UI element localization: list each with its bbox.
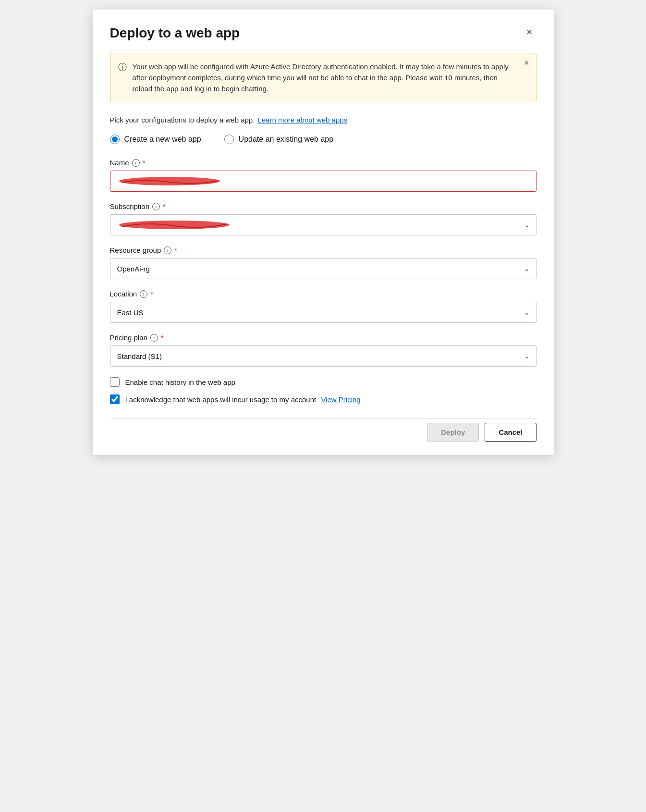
notice-banner: ⓘ Your web app will be configured with A… xyxy=(110,53,536,103)
location-required-marker: * xyxy=(150,290,153,298)
resource-group-label-row: Resource group i * xyxy=(110,246,536,254)
pricing-plan-info-icon: i xyxy=(150,334,158,342)
subscription-required-marker: * xyxy=(163,202,166,210)
create-new-webapp-option[interactable]: Create a new web app xyxy=(110,135,201,144)
subscription-select[interactable] xyxy=(110,214,536,235)
pricing-plan-label-text: Pricing plan xyxy=(110,333,147,342)
view-pricing-link[interactable]: View Pricing xyxy=(321,395,360,404)
acknowledge-checkbox[interactable] xyxy=(110,394,120,404)
update-existing-webapp-label: Update an existing web app xyxy=(239,135,333,144)
dialog-close-button[interactable]: × xyxy=(523,25,536,39)
info-icon: ⓘ xyxy=(118,62,127,73)
update-existing-webapp-option[interactable]: Update an existing web app xyxy=(224,135,333,144)
pricing-plan-required-marker: * xyxy=(161,333,164,342)
name-input[interactable] xyxy=(110,171,536,192)
acknowledge-label-text: I acknowledge that web apps will incur u… xyxy=(125,395,317,404)
resource-group-info-icon: i xyxy=(164,246,171,254)
create-new-webapp-label: Create a new web app xyxy=(124,135,201,144)
chat-history-checkbox[interactable] xyxy=(110,377,120,387)
create-new-webapp-radio[interactable] xyxy=(110,135,120,144)
location-form-group: Location i * East US ⌄ xyxy=(110,290,536,323)
subscription-label-row: Subscription i * xyxy=(110,202,536,210)
notice-text: Your web app will be configured with Azu… xyxy=(133,61,527,95)
resource-group-label-text: Resource group xyxy=(110,246,161,254)
subscription-select-wrapper: ⌄ xyxy=(110,214,536,235)
name-form-group: Name i * xyxy=(110,159,536,192)
acknowledge-label: I acknowledge that web apps will incur u… xyxy=(125,395,361,404)
resource-group-required-marker: * xyxy=(174,246,177,254)
subscription-form-group: Subscription i * ⌄ xyxy=(110,202,536,235)
pricing-plan-select-wrapper: Standard (S1) ⌄ xyxy=(110,345,536,367)
resource-group-select-wrapper: OpenAi-rg ⌄ xyxy=(110,258,536,279)
name-label-row: Name i * xyxy=(110,159,536,167)
pricing-plan-form-group: Pricing plan i * Standard (S1) ⌄ xyxy=(110,333,536,367)
subtitle-row: Pick your configurations to deploy a web… xyxy=(110,116,536,124)
deploy-dialog: Deploy to a web app × ⓘ Your web app wil… xyxy=(93,10,554,455)
name-input-container xyxy=(110,171,536,192)
dialog-title: Deploy to a web app xyxy=(110,25,240,41)
notice-close-button[interactable]: × xyxy=(524,58,529,68)
location-label-text: Location xyxy=(110,290,137,298)
dialog-footer: Deploy Cancel xyxy=(110,418,536,442)
radio-options-row: Create a new web app Update an existing … xyxy=(110,135,536,144)
subscription-label-text: Subscription xyxy=(110,202,150,210)
location-select[interactable]: East US xyxy=(110,302,536,323)
name-required-marker: * xyxy=(143,159,146,167)
resource-group-form-group: Resource group i * OpenAi-rg ⌄ xyxy=(110,246,536,279)
dialog-header: Deploy to a web app × xyxy=(110,25,536,41)
chat-history-row: Enable chat history in the web app xyxy=(110,377,536,387)
pricing-plan-select[interactable]: Standard (S1) xyxy=(110,345,536,367)
pricing-plan-label-row: Pricing plan i * xyxy=(110,333,536,342)
subscription-info-icon: i xyxy=(152,203,160,210)
resource-group-select[interactable]: OpenAi-rg xyxy=(110,258,536,279)
location-select-wrapper: East US ⌄ xyxy=(110,302,536,323)
deploy-button[interactable]: Deploy xyxy=(427,423,479,442)
name-info-icon: i xyxy=(132,159,140,167)
location-label-row: Location i * xyxy=(110,290,536,298)
acknowledge-row: I acknowledge that web apps will incur u… xyxy=(110,394,536,404)
name-label-text: Name xyxy=(110,159,129,167)
chat-history-label[interactable]: Enable chat history in the web app xyxy=(125,378,235,386)
location-info-icon: i xyxy=(140,290,147,298)
learn-more-link[interactable]: Learn more about web apps xyxy=(257,116,347,124)
update-existing-webapp-radio[interactable] xyxy=(224,135,234,144)
subtitle-text: Pick your configurations to deploy a web… xyxy=(110,116,255,124)
cancel-button[interactable]: Cancel xyxy=(485,423,536,442)
